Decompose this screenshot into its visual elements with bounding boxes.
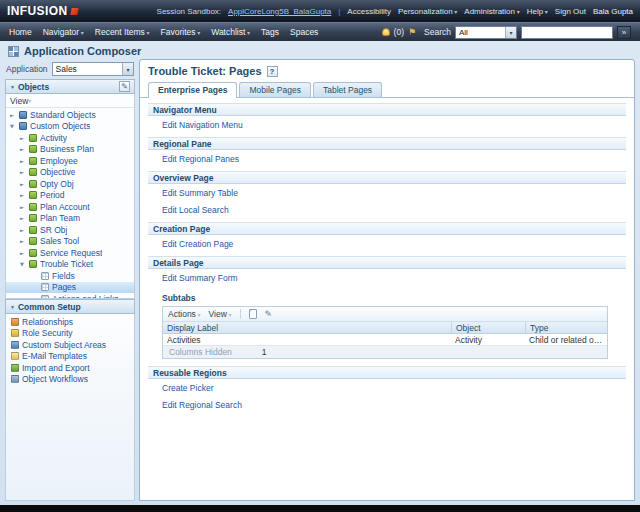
edit-objects-icon[interactable]: ✎ [119, 81, 130, 92]
expander-icon[interactable]: ▼ [10, 123, 19, 129]
tree-item-label: Sales Tool [40, 236, 79, 246]
administration-menu[interactable]: Administration [464, 7, 519, 16]
tree-item-period[interactable]: ► Period [6, 190, 134, 202]
expander-icon[interactable]: ► [20, 192, 29, 198]
application-label: Application [6, 64, 48, 74]
nav-spaces[interactable]: Spaces [290, 27, 318, 37]
actions-links-icon [41, 295, 49, 298]
create-subtab-icon[interactable] [249, 309, 257, 319]
table-header-row: Display Label Object Type [163, 322, 607, 334]
column-header-display-label[interactable]: Display Label [163, 323, 451, 333]
expander-icon[interactable]: ► [20, 250, 29, 256]
tree-item-service-request[interactable]: ► Service Request [6, 247, 134, 259]
nav-recent-items-menu[interactable]: Recent Items [95, 27, 150, 37]
sidebar-item-email-templates[interactable]: E-Mail Templates [6, 351, 134, 363]
tree-item-label: Plan Account [40, 202, 90, 212]
table-view-menu-button[interactable]: View [209, 309, 232, 319]
tree-item-activity[interactable]: ► Activity [6, 132, 134, 144]
tab-mobile-pages[interactable]: Mobile Pages [239, 82, 311, 97]
objects-panel-header[interactable]: ▼ Objects ✎ [5, 79, 135, 94]
expander-icon[interactable]: ► [20, 181, 29, 187]
sidebar-item-object-workflows[interactable]: Object Workflows [6, 374, 134, 386]
expander-icon[interactable]: ► [20, 204, 29, 210]
edit-regional-search-link[interactable]: Edit Regional Search [162, 400, 242, 410]
nav-home[interactable]: Home [9, 27, 32, 37]
expander-icon[interactable]: ► [20, 158, 29, 164]
expander-icon[interactable]: ► [20, 215, 29, 221]
nav-watchlist-menu[interactable]: Watchlist [211, 27, 250, 37]
brand-logo-mark [70, 8, 78, 15]
edit-regional-panes-link[interactable]: Edit Regional Panes [162, 154, 239, 164]
edit-subtab-icon[interactable]: ✎ [265, 310, 273, 319]
sidebar-item-role-security[interactable]: Role Security [6, 328, 134, 340]
sidebar-item-import-and-export[interactable]: Import and Export [6, 362, 134, 374]
tree-item-standard-objects[interactable]: ► Standard Objects [6, 109, 134, 121]
sidebar-item-label: Object Workflows [22, 374, 88, 384]
tree-item-fields[interactable]: Fields [6, 270, 134, 282]
create-picker-link[interactable]: Create Picker [162, 383, 214, 393]
tree-item-sr-obj[interactable]: ► SR Obj [6, 224, 134, 236]
tree-item-custom-objects[interactable]: ▼ Custom Objects [6, 121, 134, 133]
tree-item-plan-team[interactable]: ► Plan Team [6, 213, 134, 225]
session-sandbox-label: Session Sandbox: [157, 7, 222, 16]
edit-creation-page-link[interactable]: Edit Creation Page [162, 239, 233, 249]
tree-item-objective[interactable]: ► Objective [6, 167, 134, 179]
brand-logo: INFUSION [7, 4, 78, 18]
edit-summary-table-link[interactable]: Edit Summary Table [162, 188, 238, 198]
link-row: Edit Creation Page [148, 235, 626, 252]
session-sandbox-link[interactable]: ApplCoreLong5B_BalaGupta [228, 7, 331, 16]
sidebar-item-custom-subject-areas[interactable]: Custom Subject Areas [6, 339, 134, 351]
edit-local-search-link[interactable]: Edit Local Search [162, 205, 229, 215]
tab-tablet-pages[interactable]: Tablet Pages [313, 82, 382, 97]
expander-icon[interactable]: ► [20, 146, 29, 152]
tab-enterprise-pages[interactable]: Enterprise Pages [148, 82, 237, 98]
application-select[interactable]: Sales ▾ [52, 62, 134, 76]
sidebar-item-relationships[interactable]: Relationships [6, 316, 134, 328]
nav-navigator-menu[interactable]: Navigator [43, 27, 84, 37]
collapse-triangle-icon[interactable]: ▼ [10, 84, 15, 90]
expander-icon[interactable]: ► [20, 169, 29, 175]
subject-areas-icon [11, 341, 19, 349]
expander-icon[interactable]: ► [20, 135, 29, 141]
search-scope-select[interactable]: All ▾ [455, 26, 517, 39]
tree-view-menu-button[interactable]: View [6, 94, 134, 108]
common-setup-panel-header[interactable]: ▼ Common Setup [5, 299, 135, 314]
expander-icon[interactable]: ▼ [20, 261, 29, 267]
custom-object-icon [29, 145, 37, 153]
nav-tags[interactable]: Tags [261, 27, 279, 37]
actions-menu-button[interactable]: Actions [168, 309, 201, 319]
tree-item-trouble-ticket[interactable]: ▼ Trouble Ticket [6, 259, 134, 271]
expander-icon[interactable]: ► [20, 227, 29, 233]
collapse-triangle-icon[interactable]: ▼ [10, 304, 15, 310]
tree-item-opty-obj[interactable]: ► Opty Obj [6, 178, 134, 190]
expander-icon[interactable]: ► [20, 238, 29, 244]
tree-item-actions-and-links[interactable]: Actions and Links [6, 293, 134, 298]
tree-item-plan-account[interactable]: ► Plan Account [6, 201, 134, 213]
tree-item-sales-tool[interactable]: ► Sales Tool [6, 236, 134, 248]
custom-object-icon [29, 237, 37, 245]
sign-out-link[interactable]: Sign Out [555, 7, 586, 16]
page-heading: Application Composer [0, 41, 640, 59]
key-icon [11, 329, 19, 337]
main-title: Trouble Ticket: Pages [148, 65, 262, 77]
nav-favorites-menu[interactable]: Favorites [161, 27, 201, 37]
accessibility-link[interactable]: Accessibility [347, 7, 391, 16]
tree-item-employee[interactable]: ► Employee [6, 155, 134, 167]
workflow-icon [11, 375, 19, 383]
personalization-menu[interactable]: Personalization [398, 7, 457, 16]
notifications-bell-icon[interactable] [382, 28, 390, 36]
help-icon[interactable]: ? [267, 66, 278, 77]
tree-item-business-plan[interactable]: ► Business Plan [6, 144, 134, 156]
search-input[interactable] [521, 26, 613, 39]
edit-summary-form-link[interactable]: Edit Summary Form [162, 273, 238, 283]
flag-icon[interactable]: ⚑ [408, 28, 416, 37]
edit-navigation-menu-link[interactable]: Edit Navigation Menu [162, 120, 243, 130]
section-header-label: Creation Page [153, 224, 210, 234]
column-header-type[interactable]: Type [525, 322, 607, 333]
table-row[interactable]: Activities Activity Child or related obj… [163, 334, 607, 346]
tree-item-pages[interactable]: Pages [6, 282, 134, 294]
column-header-object[interactable]: Object [451, 322, 525, 333]
search-go-button[interactable]: » [617, 26, 631, 39]
help-menu[interactable]: Help [527, 7, 548, 16]
expander-icon[interactable]: ► [10, 112, 19, 118]
